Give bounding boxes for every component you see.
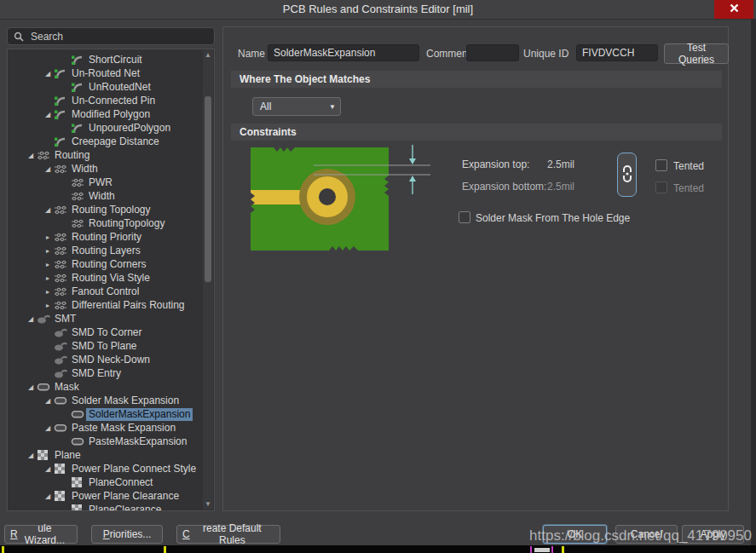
tree-item-differential-pairs-routing[interactable]: ▸Differential Pairs Routing <box>8 298 203 312</box>
routing-icon <box>71 190 86 202</box>
tree-expanded-icon[interactable]: ◢ <box>25 383 37 391</box>
tree-item-routing[interactable]: ◢Routing <box>8 148 203 162</box>
tree-item-planeclearance[interactable]: PlaneClearance <box>8 503 203 511</box>
tree-item-label: PasteMaskExpansion <box>86 435 189 448</box>
rules-tree: ShortCircuit◢Un-Routed NetUnRoutedNetUn-… <box>7 49 215 511</box>
routing-icon <box>54 231 69 243</box>
tree-item-plane[interactable]: ◢Plane <box>8 448 203 462</box>
tree-collapsed-icon[interactable]: ▸ <box>42 288 54 296</box>
tree-item-label: Width <box>86 190 118 203</box>
create-default-rules-button[interactable]: Create Default Rules <box>176 525 280 544</box>
tree-item-width[interactable]: Width <box>8 189 203 203</box>
tree-item-label: SMT <box>52 313 78 325</box>
tree-item-label: Creepage Distance <box>69 135 162 148</box>
clearance-icon <box>71 81 86 94</box>
tree-expanded-icon[interactable]: ◢ <box>42 397 54 405</box>
tree-item-pwr[interactable]: PWR <box>8 176 203 189</box>
tree-collapsed-icon[interactable]: ▸ <box>42 302 54 309</box>
tree-collapsed-icon[interactable]: ▸ <box>42 261 54 268</box>
tree-item-smd-entry[interactable]: SMD Entry <box>8 366 203 380</box>
tree-expanded-icon[interactable]: ◢ <box>42 465 54 473</box>
name-input[interactable] <box>268 44 419 61</box>
smt-icon <box>37 313 52 325</box>
tree-item-label: UnRoutedNet <box>86 81 153 94</box>
tented-top-checkbox[interactable] <box>655 159 667 171</box>
ok-button[interactable]: OK <box>543 525 607 544</box>
mask-icon <box>71 408 86 420</box>
tree-collapsed-icon[interactable]: ▸ <box>42 233 54 241</box>
tree-item-smd-to-corner[interactable]: SMD To Corner <box>8 325 203 339</box>
tree-item-routing-layers[interactable]: ▸Routing Layers <box>8 244 203 257</box>
tree-item-shortcircuit[interactable]: ShortCircuit <box>8 53 203 66</box>
tree-item-routing-via-style[interactable]: ▸Routing Via Style <box>8 271 203 285</box>
tree-expanded-icon[interactable]: ◢ <box>42 111 54 118</box>
tree-item-power-plane-connect-style[interactable]: ◢Power Plane Connect Style <box>8 462 203 475</box>
tree-item-fanout-control[interactable]: ▸Fanout Control <box>8 285 203 298</box>
tree-collapsed-icon[interactable]: ▸ <box>42 274 54 282</box>
routing-icon <box>54 258 69 270</box>
test-queries-button[interactable]: Test Queries <box>664 43 729 64</box>
plane-icon <box>54 463 69 475</box>
tree-expanded-icon[interactable]: ◢ <box>25 315 37 323</box>
tree-item-planeconnect[interactable]: PlaneConnect <box>8 475 203 489</box>
hole-edge-label: Solder Mask From The Hole Edge <box>476 212 630 225</box>
tree-item-label: SolderMaskExpansion <box>86 408 193 421</box>
mask-icon <box>37 381 52 393</box>
tree-expanded-icon[interactable]: ◢ <box>25 152 37 159</box>
tree-item-routing-topology[interactable]: ◢Routing Topology <box>8 203 203 216</box>
background-artifact <box>530 546 532 553</box>
tree-item-modified-polygon[interactable]: ◢Modified Polygon <box>8 107 203 121</box>
tree-item-width[interactable]: ◢Width <box>8 162 203 176</box>
tree-item-unroutednet[interactable]: UnRoutedNet <box>8 80 203 94</box>
expansion-measurement-arrows <box>300 138 445 232</box>
cancel-button[interactable]: Cancel <box>615 525 678 544</box>
apply-button[interactable]: Apply <box>682 525 744 544</box>
tree-expanded-icon[interactable]: ◢ <box>42 165 54 173</box>
priorities-button[interactable]: Priorities... <box>91 525 163 544</box>
scope-dropdown[interactable]: All ▼ <box>252 97 341 116</box>
comment-input[interactable] <box>466 44 519 61</box>
tree-expanded-icon[interactable]: ◢ <box>25 452 37 459</box>
tree-item-label: Power Plane Connect Style <box>69 463 199 475</box>
tree-item-soldermaskexpansion[interactable]: SolderMaskExpansion <box>8 407 203 421</box>
scroll-up-icon[interactable]: ▲ <box>203 50 213 60</box>
expansion-top-value[interactable]: 2.5mil <box>547 158 574 171</box>
tree-item-un-connected-pin[interactable]: Un-Connected Pin <box>8 94 203 107</box>
dialog-title: PCB Rules and Constraints Editor [mil] <box>0 0 756 19</box>
tree-item-routing-corners[interactable]: ▸Routing Corners <box>8 257 203 271</box>
close-button[interactable] <box>714 0 753 19</box>
search-input[interactable] <box>29 30 203 43</box>
tree-expanded-icon[interactable]: ◢ <box>42 70 54 78</box>
link-values-toggle[interactable] <box>617 153 637 197</box>
tree-item-routingtopology[interactable]: RoutingTopology <box>8 216 203 230</box>
tree-item-power-plane-clearance[interactable]: ◢Power Plane Clearance <box>8 489 203 503</box>
tree-item-solder-mask-expansion[interactable]: ◢Solder Mask Expansion <box>8 394 203 407</box>
plane-icon <box>71 504 86 511</box>
tree-scrollbar[interactable]: ▲ ▼ <box>203 50 213 510</box>
tree-item-paste-mask-expansion[interactable]: ◢Paste Mask Expansion <box>8 421 203 435</box>
tree-expanded-icon[interactable]: ◢ <box>42 493 54 500</box>
tree-expanded-icon[interactable]: ◢ <box>42 424 54 432</box>
tree-item-smd-neck-down[interactable]: SMD Neck-Down <box>8 353 203 366</box>
rule-wizard-button[interactable]: Rule Wizard... <box>4 525 78 544</box>
tree-item-unpouredpolygon[interactable]: UnpouredPolygon <box>8 121 203 135</box>
scroll-down-icon[interactable]: ▼ <box>203 499 213 510</box>
tree-item-un-routed-net[interactable]: ◢Un-Routed Net <box>8 66 203 80</box>
tree-item-smt[interactable]: ◢SMT <box>8 312 203 325</box>
routing-icon <box>54 272 69 284</box>
tree-item-label: SMD Neck-Down <box>69 354 153 366</box>
tree-item-creepage-distance[interactable]: Creepage Distance <box>8 135 203 148</box>
tree-item-routing-priority[interactable]: ▸Routing Priority <box>8 230 203 244</box>
tree-item-pastemaskexpansion[interactable]: PasteMaskExpansion <box>8 435 203 448</box>
mask-icon <box>54 395 69 406</box>
hole-edge-checkbox[interactable] <box>459 211 470 223</box>
tree-item-label: UnpouredPolygon <box>86 122 173 135</box>
tree-item-mask[interactable]: ◢Mask <box>8 380 203 394</box>
tree-item-smd-to-plane[interactable]: SMD To Plane <box>8 339 203 353</box>
tree-expanded-icon[interactable]: ◢ <box>42 206 54 214</box>
scrollbar-thumb[interactable] <box>205 96 211 282</box>
tree-item-label: RoutingTopology <box>86 217 167 230</box>
tree-collapsed-icon[interactable]: ▸ <box>42 247 54 255</box>
unique-id-input[interactable] <box>576 44 658 61</box>
chevron-down-icon: ▼ <box>325 103 340 111</box>
